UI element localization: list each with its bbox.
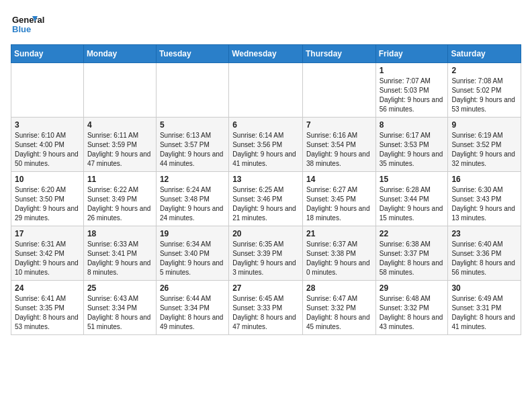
calendar-week-5: 24Sunrise: 6:41 AM Sunset: 3:35 PM Dayli…	[11, 281, 521, 335]
day-number: 18	[87, 229, 152, 238]
day-number: 8	[380, 120, 445, 130]
day-number: 27	[232, 283, 299, 293]
day-detail: Sunrise: 6:41 AM Sunset: 3:35 PM Dayligh…	[15, 294, 80, 332]
calendar-cell: 16Sunrise: 6:30 AM Sunset: 3:43 PM Dayli…	[448, 172, 521, 226]
day-detail: Sunrise: 6:16 AM Sunset: 3:54 PM Dayligh…	[306, 131, 372, 169]
calendar-cell: 27Sunrise: 6:45 AM Sunset: 3:33 PM Dayli…	[229, 281, 303, 335]
calendar-cell: 6Sunrise: 6:14 AM Sunset: 3:56 PM Daylig…	[229, 118, 303, 172]
calendar-week-1: 1Sunrise: 7:07 AM Sunset: 5:03 PM Daylig…	[11, 63, 521, 118]
day-number: 30	[451, 283, 517, 293]
day-detail: Sunrise: 6:19 AM Sunset: 3:52 PM Dayligh…	[451, 131, 517, 169]
day-number: 19	[160, 229, 225, 238]
day-number: 6	[232, 120, 299, 130]
day-detail: Sunrise: 6:10 AM Sunset: 4:00 PM Dayligh…	[15, 131, 80, 169]
day-number: 12	[160, 175, 225, 184]
weekday-header-tuesday: Tuesday	[156, 45, 228, 63]
calendar-cell: 24Sunrise: 6:41 AM Sunset: 3:35 PM Dayli…	[11, 281, 84, 335]
day-detail: Sunrise: 6:24 AM Sunset: 3:48 PM Dayligh…	[160, 185, 225, 223]
day-number: 9	[451, 120, 517, 130]
calendar-cell: 22Sunrise: 6:38 AM Sunset: 3:37 PM Dayli…	[375, 226, 448, 281]
day-detail: Sunrise: 6:48 AM Sunset: 3:32 PM Dayligh…	[380, 294, 445, 332]
weekday-header-friday: Friday	[375, 45, 448, 63]
calendar-cell	[302, 63, 375, 118]
day-detail: Sunrise: 6:22 AM Sunset: 3:49 PM Dayligh…	[87, 185, 152, 223]
calendar-cell: 23Sunrise: 6:40 AM Sunset: 3:36 PM Dayli…	[448, 226, 521, 281]
calendar-cell: 13Sunrise: 6:25 AM Sunset: 3:46 PM Dayli…	[229, 172, 303, 226]
day-number: 20	[232, 229, 299, 238]
calendar-week-4: 17Sunrise: 6:31 AM Sunset: 3:42 PM Dayli…	[11, 226, 521, 281]
day-number: 24	[15, 283, 80, 293]
day-detail: Sunrise: 6:28 AM Sunset: 3:44 PM Dayligh…	[380, 185, 445, 223]
svg-text:Blue: Blue	[12, 24, 31, 34]
calendar-cell: 17Sunrise: 6:31 AM Sunset: 3:42 PM Dayli…	[11, 226, 84, 281]
day-number: 10	[15, 175, 80, 184]
calendar-cell	[83, 63, 156, 118]
day-detail: Sunrise: 6:25 AM Sunset: 3:46 PM Dayligh…	[232, 185, 299, 223]
day-number: 29	[380, 283, 445, 293]
weekday-header-saturday: Saturday	[448, 45, 521, 63]
calendar-cell: 10Sunrise: 6:20 AM Sunset: 3:50 PM Dayli…	[11, 172, 84, 226]
day-number: 5	[160, 120, 225, 130]
day-number: 23	[451, 229, 517, 238]
page-header: General Blue	[11, 11, 521, 38]
day-detail: Sunrise: 6:11 AM Sunset: 3:59 PM Dayligh…	[87, 131, 152, 169]
day-detail: Sunrise: 6:38 AM Sunset: 3:37 PM Dayligh…	[380, 240, 445, 277]
day-number: 2	[451, 66, 517, 75]
day-detail: Sunrise: 6:35 AM Sunset: 3:39 PM Dayligh…	[232, 240, 299, 277]
calendar-cell	[156, 63, 228, 118]
day-detail: Sunrise: 7:07 AM Sunset: 5:03 PM Dayligh…	[380, 77, 445, 114]
day-number: 22	[380, 229, 445, 238]
day-number: 16	[451, 175, 517, 184]
day-detail: Sunrise: 6:40 AM Sunset: 3:36 PM Dayligh…	[451, 240, 517, 277]
day-detail: Sunrise: 6:49 AM Sunset: 3:31 PM Dayligh…	[451, 294, 517, 332]
day-number: 7	[306, 120, 372, 130]
calendar-cell: 29Sunrise: 6:48 AM Sunset: 3:32 PM Dayli…	[375, 281, 448, 335]
weekday-header-row: SundayMondayTuesdayWednesdayThursdayFrid…	[11, 45, 521, 63]
svg-text:General: General	[12, 15, 44, 25]
weekday-header-sunday: Sunday	[11, 45, 84, 63]
calendar-cell: 30Sunrise: 6:49 AM Sunset: 3:31 PM Dayli…	[448, 281, 521, 335]
day-number: 14	[306, 175, 372, 184]
day-detail: Sunrise: 6:34 AM Sunset: 3:40 PM Dayligh…	[160, 240, 225, 277]
day-detail: Sunrise: 7:08 AM Sunset: 5:02 PM Dayligh…	[451, 77, 517, 114]
calendar-cell: 21Sunrise: 6:37 AM Sunset: 3:38 PM Dayli…	[302, 226, 375, 281]
calendar-week-2: 3Sunrise: 6:10 AM Sunset: 4:00 PM Daylig…	[11, 118, 521, 172]
calendar-cell: 28Sunrise: 6:47 AM Sunset: 3:32 PM Dayli…	[302, 281, 375, 335]
day-detail: Sunrise: 6:17 AM Sunset: 3:53 PM Dayligh…	[380, 131, 445, 169]
day-detail: Sunrise: 6:13 AM Sunset: 3:57 PM Dayligh…	[160, 131, 225, 169]
calendar-cell: 9Sunrise: 6:19 AM Sunset: 3:52 PM Daylig…	[448, 118, 521, 172]
day-detail: Sunrise: 6:33 AM Sunset: 3:41 PM Dayligh…	[87, 240, 152, 277]
day-detail: Sunrise: 6:30 AM Sunset: 3:43 PM Dayligh…	[451, 185, 517, 223]
day-detail: Sunrise: 6:43 AM Sunset: 3:34 PM Dayligh…	[87, 294, 152, 332]
day-number: 3	[15, 120, 80, 130]
calendar-cell: 20Sunrise: 6:35 AM Sunset: 3:39 PM Dayli…	[229, 226, 303, 281]
calendar-cell	[11, 63, 84, 118]
day-number: 13	[232, 175, 299, 184]
day-detail: Sunrise: 6:44 AM Sunset: 3:34 PM Dayligh…	[160, 294, 225, 332]
calendar-cell: 25Sunrise: 6:43 AM Sunset: 3:34 PM Dayli…	[83, 281, 156, 335]
calendar-cell	[229, 63, 303, 118]
day-detail: Sunrise: 6:31 AM Sunset: 3:42 PM Dayligh…	[15, 240, 80, 277]
calendar-cell: 15Sunrise: 6:28 AM Sunset: 3:44 PM Dayli…	[375, 172, 448, 226]
calendar-cell: 3Sunrise: 6:10 AM Sunset: 4:00 PM Daylig…	[11, 118, 84, 172]
calendar-cell: 14Sunrise: 6:27 AM Sunset: 3:45 PM Dayli…	[302, 172, 375, 226]
day-number: 21	[306, 229, 372, 238]
weekday-header-thursday: Thursday	[302, 45, 375, 63]
day-detail: Sunrise: 6:45 AM Sunset: 3:33 PM Dayligh…	[232, 294, 299, 332]
calendar-cell: 19Sunrise: 6:34 AM Sunset: 3:40 PM Dayli…	[156, 226, 228, 281]
day-detail: Sunrise: 6:20 AM Sunset: 3:50 PM Dayligh…	[15, 185, 80, 223]
day-detail: Sunrise: 6:14 AM Sunset: 3:56 PM Dayligh…	[232, 131, 299, 169]
day-number: 28	[306, 283, 372, 293]
weekday-header-monday: Monday	[83, 45, 156, 63]
logo: General Blue	[11, 11, 64, 38]
logo-icon: General Blue	[11, 11, 64, 38]
calendar-cell: 1Sunrise: 7:07 AM Sunset: 5:03 PM Daylig…	[375, 63, 448, 118]
calendar-cell: 4Sunrise: 6:11 AM Sunset: 3:59 PM Daylig…	[83, 118, 156, 172]
calendar-cell: 26Sunrise: 6:44 AM Sunset: 3:34 PM Dayli…	[156, 281, 228, 335]
calendar-table: SundayMondayTuesdayWednesdayThursdayFrid…	[11, 44, 521, 335]
calendar-cell: 11Sunrise: 6:22 AM Sunset: 3:49 PM Dayli…	[83, 172, 156, 226]
weekday-header-wednesday: Wednesday	[229, 45, 303, 63]
day-number: 1	[380, 66, 445, 75]
day-number: 11	[87, 175, 152, 184]
day-number: 15	[380, 175, 445, 184]
